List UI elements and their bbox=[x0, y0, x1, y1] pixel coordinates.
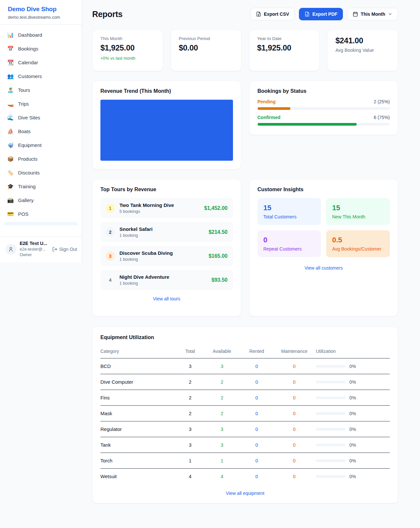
sidebar-item-label: POS bbox=[18, 211, 29, 217]
cell-category: Regulator bbox=[100, 421, 176, 437]
column-header-rented: Rented bbox=[239, 347, 274, 358]
header-actions: Export CSV Export PDF This Month bbox=[250, 8, 398, 20]
cell-maintenance: 0 bbox=[274, 406, 314, 421]
sidebar-item-pos[interactable]: 💳 POS bbox=[4, 208, 78, 220]
cell-utilization: 0% bbox=[315, 421, 390, 437]
utilization-label: 0% bbox=[349, 442, 356, 448]
tour-revenue: $93.50 bbox=[212, 277, 228, 283]
cell-rented: 0 bbox=[239, 421, 274, 437]
sidebar-item-label: Boats bbox=[18, 129, 31, 134]
sidebar-item-discounts[interactable]: 🏷️ Discounts bbox=[4, 167, 78, 178]
column-header-utilization: Utilization bbox=[315, 347, 390, 358]
utilization-bar-track bbox=[316, 475, 346, 478]
tour-name: Discover Scuba Diving bbox=[119, 250, 173, 256]
sidebar-item-training[interactable]: 🎓 Training bbox=[4, 181, 78, 192]
status-label-confirmed: Confirmed bbox=[258, 115, 281, 120]
period-select[interactable]: This Month bbox=[347, 8, 398, 20]
stat-value: $0.00 bbox=[179, 43, 233, 52]
equipment-table: Category Total Available Rented Maintena… bbox=[100, 347, 390, 484]
view-all-customers-link[interactable]: View all customers bbox=[258, 265, 390, 271]
list-item: 1 Two Tank Morning Dive 5 bookings $1,45… bbox=[100, 198, 233, 218]
list-item: 2 Snorkel Safari 1 booking $214.50 bbox=[100, 222, 233, 242]
table-row: BCD 3 3 0 0 0% bbox=[100, 358, 390, 374]
tour-bookings: 5 bookings bbox=[119, 209, 174, 214]
cell-maintenance: 0 bbox=[274, 421, 314, 437]
sidebar-item-tours[interactable]: 🏝️ Tours bbox=[4, 84, 78, 96]
table-row: Wetsuit 4 4 0 0 0% bbox=[100, 469, 390, 484]
stat-label: This Month bbox=[100, 36, 155, 41]
view-all-equipment-link[interactable]: View all equipment bbox=[100, 491, 390, 496]
rank-badge: 4 bbox=[106, 275, 115, 285]
cell-available: 2 bbox=[205, 374, 240, 390]
sidebar-item-label: Customers bbox=[18, 73, 42, 79]
insight-value: 15 bbox=[332, 204, 384, 212]
sidebar-item-trips[interactable]: 🚤 Trips bbox=[4, 98, 78, 110]
cell-maintenance: 0 bbox=[274, 390, 314, 406]
insight-label: Repeat Customers bbox=[263, 246, 315, 252]
utilization-label: 0% bbox=[349, 379, 356, 385]
cell-available: 4 bbox=[205, 469, 240, 484]
cell-utilization: 0% bbox=[315, 406, 390, 421]
diving-mask-icon: 🤿 bbox=[7, 142, 14, 148]
sidebar: Demo Dive Shop demo.test.divestreams.com… bbox=[0, 0, 82, 262]
user-box: E2E Test U... e2e-tester@... Owner Sign … bbox=[0, 236, 82, 262]
cell-rented: 0 bbox=[239, 437, 274, 453]
tour-bookings: 1 booking bbox=[119, 233, 153, 238]
sign-out-button[interactable]: Sign Out bbox=[52, 247, 77, 252]
sidebar-item-boats[interactable]: ⛵ Boats bbox=[4, 126, 78, 137]
sidebar-item-label: Trips bbox=[18, 101, 29, 107]
shop-header: Demo Dive Shop demo.test.divestreams.com bbox=[0, 0, 82, 25]
sidebar-item-equipment[interactable]: 🤿 Equipment bbox=[4, 139, 78, 151]
cell-available: 1 bbox=[205, 453, 240, 469]
view-all-tours-link[interactable]: View all tours bbox=[100, 296, 233, 301]
sidebar-item-label: Dashboard bbox=[18, 32, 42, 38]
sidebar-item-calendar[interactable]: 📆 Calendar bbox=[4, 57, 78, 68]
cell-maintenance: 0 bbox=[274, 453, 314, 469]
sidebar-item-dive-sites[interactable]: 🌊 Dive Sites bbox=[4, 112, 78, 123]
sidebar-item-products[interactable]: 📦 Products bbox=[4, 153, 78, 165]
utilization-bar-track bbox=[316, 428, 346, 431]
sidebar-item-bookings[interactable]: 📅 Bookings bbox=[4, 43, 78, 54]
insight-label: Total Customers bbox=[263, 214, 315, 219]
shop-name: Demo Dive Shop bbox=[8, 6, 74, 13]
island-icon: 🏝️ bbox=[7, 87, 14, 93]
revenue-trend-chart bbox=[100, 100, 233, 161]
cell-utilization: 0% bbox=[315, 469, 390, 484]
tour-meta: Two Tank Morning Dive 5 bookings bbox=[119, 202, 174, 214]
status-count-confirmed: 6 (75%) bbox=[374, 115, 390, 120]
cell-rented: 0 bbox=[239, 358, 274, 374]
period-label: This Month bbox=[361, 11, 385, 17]
tour-name: Snorkel Safari bbox=[119, 226, 153, 232]
tour-name: Two Tank Morning Dive bbox=[119, 202, 174, 208]
cell-available: 3 bbox=[205, 437, 240, 453]
tour-meta: Night Dive Adventure 1 booking bbox=[119, 274, 169, 286]
calendar-icon bbox=[353, 11, 358, 17]
cell-maintenance: 0 bbox=[274, 374, 314, 390]
cell-category: Fins bbox=[100, 390, 176, 406]
cell-total: 3 bbox=[176, 421, 204, 437]
stat-card-avg-booking-value: $241.00 Avg Booking Value bbox=[327, 30, 398, 71]
export-pdf-button[interactable]: Export PDF bbox=[299, 8, 343, 20]
utilization-bar-track bbox=[316, 396, 346, 399]
cell-maintenance: 0 bbox=[274, 437, 314, 453]
insight-tile-total-customers: 15 Total Customers bbox=[258, 198, 321, 225]
equipment-table-header: Category Total Available Rented Maintena… bbox=[100, 347, 390, 358]
revenue-trend-title: Revenue Trend (This Month) bbox=[100, 88, 233, 94]
sidebar-item-customers[interactable]: 👥 Customers bbox=[4, 71, 78, 82]
sidebar-item-reports-partial[interactable] bbox=[4, 222, 78, 225]
sidebar-item-dashboard[interactable]: 📊 Dashboard bbox=[4, 29, 78, 41]
list-item: 3 Discover Scuba Diving 1 booking $165.0… bbox=[100, 246, 233, 266]
sailboat-icon: ⛵ bbox=[7, 128, 14, 134]
sidebar-item-label: Gallery bbox=[18, 197, 34, 203]
tour-name: Night Dive Adventure bbox=[119, 274, 169, 280]
chevron-down-icon bbox=[388, 12, 392, 16]
sidebar-item-label: Tours bbox=[18, 87, 30, 93]
utilization-bar-track bbox=[316, 365, 346, 368]
rank-badge: 3 bbox=[106, 252, 115, 261]
utilization-bar-track bbox=[316, 412, 346, 415]
export-csv-button[interactable]: Export CSV bbox=[250, 8, 295, 20]
insight-label: New This Month bbox=[332, 214, 384, 219]
sidebar-item-gallery[interactable]: 📸 Gallery bbox=[4, 194, 78, 206]
cell-maintenance: 0 bbox=[274, 469, 314, 484]
cell-total: 2 bbox=[176, 406, 204, 421]
